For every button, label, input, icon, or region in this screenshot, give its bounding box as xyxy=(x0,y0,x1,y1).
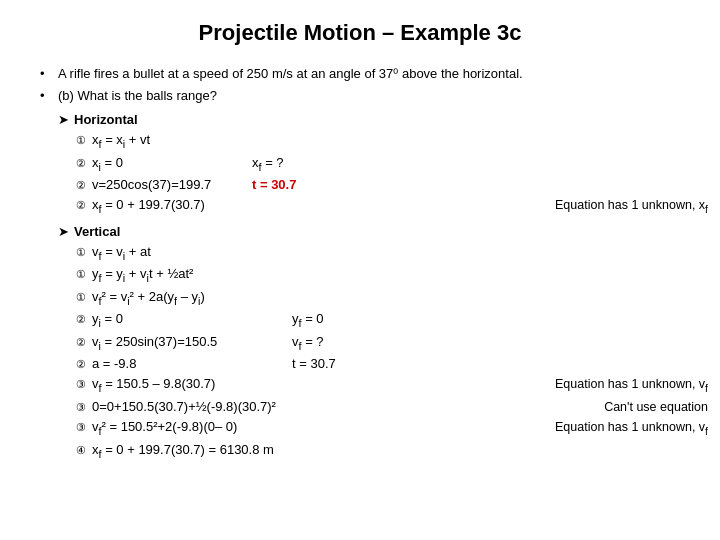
eq-text: yf = yi + vit + ½at² xyxy=(92,264,193,286)
vertical-header: ➤ Vertical xyxy=(58,222,690,242)
num-icon: ③ xyxy=(76,376,92,393)
list-item: ① vf² = vi² + 2a(yf – yi) xyxy=(76,287,708,309)
horizontal-section: ➤ Horizontal ① xf = xi + vt ② xi = 0 xf … xyxy=(58,110,690,218)
eq-text: vi = 250sin(37)=150.5 xyxy=(92,332,292,354)
eq-text2: xf = ? xyxy=(252,153,284,175)
num-icon: ① xyxy=(76,244,92,261)
eq-text2: t = 30.7 xyxy=(292,354,336,374)
list-item: ② xi = 0 xf = ? xyxy=(76,153,708,175)
num-icon: ② xyxy=(76,334,92,351)
list-item: ② vi = 250sin(37)=150.5 vf = ? xyxy=(76,332,708,354)
list-item: ② yi = 0 yf = 0 xyxy=(76,309,708,331)
bullet1-text: A rifle fires a bullet at a speed of 250… xyxy=(58,64,523,84)
equation-note: Can't use equation xyxy=(584,398,708,417)
eq-text: v=250cos(37)=199.7 xyxy=(92,175,252,195)
num-icon: ② xyxy=(76,155,92,172)
num-icon: ② xyxy=(76,197,92,214)
num-icon: ③ xyxy=(76,419,92,436)
num-icon: ① xyxy=(76,289,92,306)
list-item: ① yf = yi + vit + ½at² xyxy=(76,264,708,286)
num-icon: ② xyxy=(76,356,92,373)
list-item: ③ 0=0+150.5(30.7)+½(-9.8)(30.7)² Can't u… xyxy=(76,397,708,417)
eq-text: a = -9.8 xyxy=(92,354,292,374)
page: Projectile Motion – Example 3c • A rifle… xyxy=(0,0,720,540)
list-item: ② xf = 0 + 199.7(30.7) Equation has 1 un… xyxy=(76,195,708,218)
eq-text: yi = 0 xyxy=(92,309,292,331)
horizontal-header: ➤ Horizontal xyxy=(58,110,690,130)
eq-highlight: t = 30.7 xyxy=(252,175,296,195)
eq-text: 0=0+150.5(30.7)+½(-9.8)(30.7)² xyxy=(92,397,276,417)
eq-text2: yf = 0 xyxy=(292,309,324,331)
eq-text: xf = xi + vt xyxy=(92,130,150,152)
eq-text: xf = 0 + 199.7(30.7) = 6130.8 m xyxy=(92,440,274,462)
list-item: ④ xf = 0 + 199.7(30.7) = 6130.8 m xyxy=(76,440,708,462)
eq-text: vf = vi + at xyxy=(92,242,151,264)
bullet2-text: (b) What is the balls range? xyxy=(58,86,217,106)
arrow-icon: ➤ xyxy=(58,222,74,242)
eq-text2: vf = ? xyxy=(292,332,324,354)
num-icon: ③ xyxy=(76,399,92,416)
page-title: Projectile Motion – Example 3c xyxy=(30,20,690,46)
vertical-label: Vertical xyxy=(74,222,120,242)
list-item: ③ vf² = 150.5²+2(-9.8)(0– 0) Equation ha… xyxy=(76,417,708,440)
eq-text: vf² = 150.5²+2(-9.8)(0– 0) xyxy=(92,417,237,439)
list-item: ③ vf = 150.5 – 9.8(30.7) Equation has 1 … xyxy=(76,374,708,397)
equation-note: Equation has 1 unknown, vf xyxy=(535,418,708,440)
num-icon: ① xyxy=(76,132,92,149)
list-item: ① vf = vi + at xyxy=(76,242,708,264)
bullet-icon: • xyxy=(40,86,58,106)
bullet-icon: • xyxy=(40,64,58,84)
horizontal-label: Horizontal xyxy=(74,110,138,130)
eq-text: xi = 0 xyxy=(92,153,252,175)
num-icon: ① xyxy=(76,266,92,283)
eq-text: vf = 150.5 – 9.8(30.7) xyxy=(92,374,215,396)
eq-text: xf = 0 + 199.7(30.7) xyxy=(92,195,205,217)
arrow-icon: ➤ xyxy=(58,110,74,130)
vertical-section: ➤ Vertical ① vf = vi + at ① yf = yi + vi… xyxy=(58,222,690,462)
num-icon: ② xyxy=(76,311,92,328)
equation-note: Equation has 1 unknown, xf xyxy=(535,196,708,218)
eq-text: vf² = vi² + 2a(yf – yi) xyxy=(92,287,205,309)
list-item: ② a = -9.8 t = 30.7 xyxy=(76,354,708,374)
content-area: • A rifle fires a bullet at a speed of 2… xyxy=(40,64,690,462)
list-item: • A rifle fires a bullet at a speed of 2… xyxy=(40,64,690,84)
list-item: ① xf = xi + vt xyxy=(76,130,708,152)
num-icon: ② xyxy=(76,177,92,194)
list-item: • (b) What is the balls range? xyxy=(40,86,690,106)
equation-note: Equation has 1 unknown, vf xyxy=(535,375,708,397)
list-item: ② v=250cos(37)=199.7 t = 30.7 xyxy=(76,175,708,195)
num-icon: ④ xyxy=(76,442,92,459)
